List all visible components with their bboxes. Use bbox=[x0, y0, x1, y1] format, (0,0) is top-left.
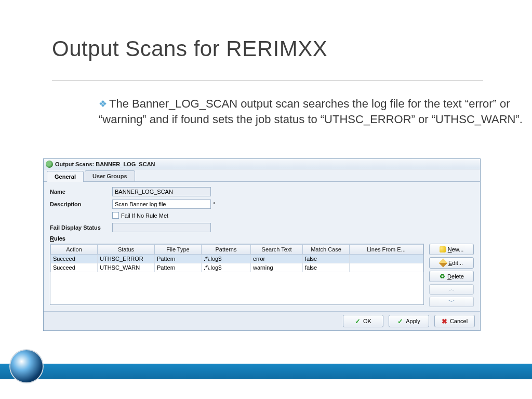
col-search-text[interactable]: Search Text bbox=[251, 245, 303, 255]
window-title: Output Scans: BANNER_LOG_SCAN bbox=[55, 161, 155, 167]
title-bar: Output Scans: BANNER_LOG_SCAN bbox=[44, 159, 480, 169]
close-icon: ✖ bbox=[442, 317, 447, 325]
tab-general[interactable]: General bbox=[47, 171, 84, 182]
delete-button[interactable]: ♻ Delete bbox=[429, 271, 474, 282]
brand-bar bbox=[0, 364, 532, 379]
ok-button[interactable]: ✓ OK bbox=[343, 315, 383, 327]
col-status[interactable]: Status bbox=[98, 245, 155, 255]
fail-if-no-rule-label: Fail If No Rule Met bbox=[121, 212, 168, 219]
col-patterns[interactable]: Patterns bbox=[202, 245, 251, 255]
divider bbox=[52, 81, 483, 81]
window-icon bbox=[46, 161, 53, 168]
slide-title: Output Scans for RERIMXX bbox=[52, 36, 327, 61]
edit-icon bbox=[438, 259, 447, 268]
brand-logo bbox=[10, 350, 43, 382]
check-icon: ✓ bbox=[355, 317, 361, 325]
new-icon bbox=[440, 246, 446, 252]
rules-grid[interactable]: Action Status File Type Patterns Search … bbox=[50, 244, 424, 305]
apply-button[interactable]: ✓ Apply bbox=[389, 315, 429, 327]
fail-display-status-field[interactable] bbox=[112, 223, 211, 232]
cancel-button[interactable]: ✖ Cancel bbox=[434, 315, 475, 327]
diamond-bullet-icon: ❖ bbox=[99, 98, 107, 110]
fail-display-status-label: Fail Display Status bbox=[50, 224, 112, 231]
name-label: Name bbox=[50, 189, 112, 195]
delete-icon: ♻ bbox=[439, 273, 445, 280]
col-file-type[interactable]: File Type bbox=[155, 245, 202, 255]
dialog-footer: ✓ OK ✓ Apply ✖ Cancel bbox=[44, 311, 480, 330]
new-button[interactable]: New... bbox=[429, 244, 474, 255]
output-scans-window: Output Scans: BANNER_LOG_SCAN General Us… bbox=[43, 158, 481, 331]
col-match-case[interactable]: Match Case bbox=[303, 245, 350, 255]
window-body: Name Description * Fail If No Rule Met F… bbox=[44, 182, 480, 311]
table-row[interactable]: Succeed UTHSC_ERROR Pattern .*\.log$ err… bbox=[51, 255, 423, 263]
col-lines-from-e[interactable]: Lines From E... bbox=[350, 245, 423, 255]
name-field[interactable] bbox=[112, 187, 211, 196]
col-action[interactable]: Action bbox=[51, 245, 98, 255]
fail-if-no-rule-checkbox[interactable] bbox=[112, 212, 119, 219]
move-up-button[interactable]: ︿ bbox=[429, 284, 474, 295]
table-row[interactable]: Succeed UTHSC_WARN Pattern .*\.log$ warn… bbox=[51, 263, 423, 272]
chevron-down-icon: ﹀ bbox=[448, 297, 455, 307]
bullet-paragraph: ❖The Banner_LOG_SCAN output scan searche… bbox=[99, 96, 525, 127]
move-down-button[interactable]: ﹀ bbox=[429, 297, 474, 307]
required-mark: * bbox=[213, 201, 215, 207]
edit-button[interactable]: Edit... bbox=[429, 257, 474, 269]
tab-strip: General User Groups bbox=[44, 169, 480, 182]
description-label: Description bbox=[50, 201, 112, 207]
tab-user-groups[interactable]: User Groups bbox=[85, 170, 135, 181]
rules-section-label: Rules bbox=[50, 235, 474, 242]
chevron-up-icon: ︿ bbox=[448, 285, 455, 294]
check-icon: ✓ bbox=[397, 317, 403, 325]
bullet-text: The Banner_LOG_SCAN output scan searches… bbox=[99, 97, 523, 126]
description-field[interactable] bbox=[112, 200, 211, 209]
